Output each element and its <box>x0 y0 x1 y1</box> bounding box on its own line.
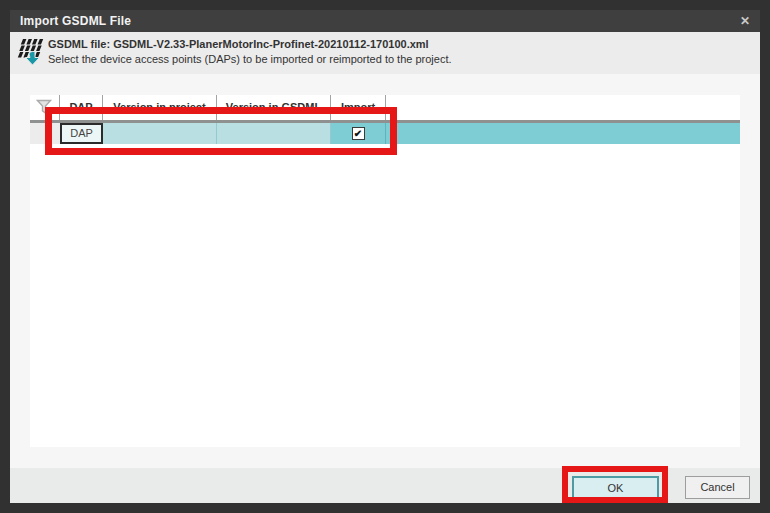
dialog-frame: Import GSDML File ✕ <box>0 0 770 513</box>
column-header-import[interactable]: Import <box>331 95 386 120</box>
title-bar: Import GSDML File ✕ <box>10 10 760 32</box>
row-extension <box>386 123 740 144</box>
dap-table: DAP Version in project Version in GSDML … <box>30 95 740 447</box>
cancel-button[interactable]: Cancel <box>685 476 750 499</box>
column-header-version-in-gsdml[interactable]: Version in GSDML <box>217 95 331 120</box>
close-button[interactable]: ✕ <box>736 10 754 32</box>
file-info-header: GSDML file: GSDML-V2.33-PlanerMotorInc-P… <box>10 32 760 74</box>
dap-cell[interactable]: DAP <box>60 123 103 144</box>
close-icon: ✕ <box>740 14 750 28</box>
version-in-project-cell[interactable] <box>103 123 217 144</box>
gsdml-import-icon <box>17 37 45 73</box>
row-gutter-cell <box>30 123 60 144</box>
table-row[interactable]: DAP ✔ <box>30 123 740 144</box>
gsdml-file-name: GSDML file: GSDML-V2.33-PlanerMotorInc-P… <box>48 38 429 50</box>
import-checkbox[interactable]: ✔ <box>352 127 365 140</box>
filter-funnel-icon <box>36 99 54 125</box>
ok-button[interactable]: OK <box>572 476 659 499</box>
column-header-spacer <box>386 95 740 120</box>
dialog-title: Import GSDML File <box>20 10 131 32</box>
import-gsdml-dialog: Import GSDML File ✕ <box>10 10 760 503</box>
column-header-dap[interactable]: DAP <box>60 95 103 120</box>
column-header-version-in-project[interactable]: Version in project <box>103 95 217 120</box>
dap-select-instruction: Select the device access points (DAPs) t… <box>48 53 452 65</box>
table-header-row: DAP Version in project Version in GSDML … <box>30 95 740 120</box>
import-cell: ✔ <box>331 123 386 144</box>
version-in-gsdml-cell[interactable] <box>217 123 331 144</box>
filter-header-cell[interactable] <box>30 95 60 120</box>
